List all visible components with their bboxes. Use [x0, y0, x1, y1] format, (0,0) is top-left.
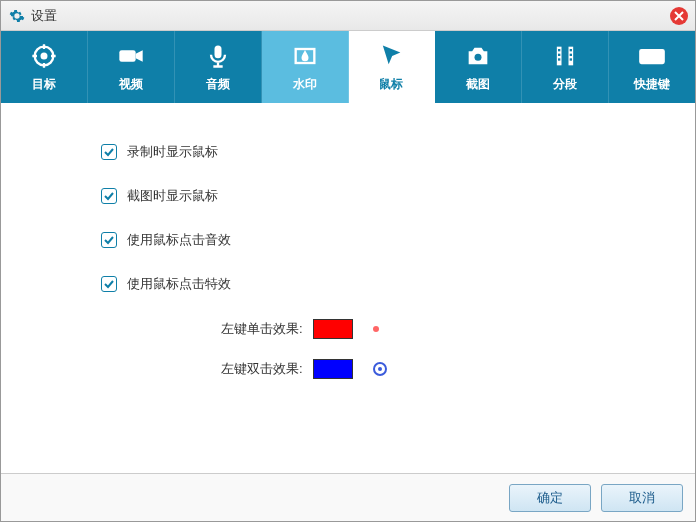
- tab-bar: 目标 视频 音频 水印 鼠标 截图 分段 快捷键: [1, 31, 695, 103]
- settings-window: 设置 目标 视频 音频 水印 鼠标 截图: [0, 0, 696, 522]
- tab-video[interactable]: 视频: [88, 31, 175, 103]
- video-icon: [117, 42, 145, 70]
- svg-point-2: [42, 53, 47, 58]
- checkbox-click-sound[interactable]: [101, 232, 117, 248]
- svg-rect-4: [214, 45, 221, 58]
- svg-rect-14: [570, 58, 572, 60]
- double-click-row: 左键双击效果:: [221, 359, 695, 379]
- double-click-preview-icon: [373, 362, 387, 376]
- checkbox-click-effect[interactable]: [101, 276, 117, 292]
- tab-segment[interactable]: 分段: [522, 31, 609, 103]
- ok-button[interactable]: 确定: [509, 484, 591, 512]
- gear-icon: [9, 8, 25, 24]
- svg-point-6: [475, 53, 482, 60]
- camera-icon: [464, 42, 492, 70]
- double-click-color[interactable]: [313, 359, 353, 379]
- close-button[interactable]: [669, 6, 689, 26]
- audio-icon: [204, 42, 232, 70]
- svg-rect-11: [558, 58, 560, 60]
- svg-rect-12: [570, 49, 572, 51]
- target-icon: [30, 42, 58, 70]
- keyboard-icon: [638, 42, 666, 70]
- window-title: 设置: [31, 7, 57, 25]
- titlebar: 设置: [1, 1, 695, 31]
- svg-rect-17: [647, 52, 649, 54]
- footer: 确定 取消: [1, 473, 695, 521]
- tab-screenshot[interactable]: 截图: [435, 31, 522, 103]
- svg-rect-3: [119, 50, 135, 62]
- content-panel: 录制时显示鼠标 截图时显示鼠标 使用鼠标点击音效 使用鼠标点击特效 左键单击效果…: [1, 103, 695, 473]
- single-click-preview-icon: [373, 326, 379, 332]
- checkbox-row-screenshot: 截图时显示鼠标: [101, 187, 695, 205]
- watermark-icon: [291, 42, 319, 70]
- single-click-color[interactable]: [313, 319, 353, 339]
- cursor-icon: [377, 42, 405, 70]
- svg-rect-10: [558, 53, 560, 55]
- svg-rect-9: [558, 49, 560, 51]
- checkbox-show-cursor-recording[interactable]: [101, 144, 117, 160]
- segment-icon: [551, 42, 579, 70]
- svg-rect-16: [643, 52, 645, 54]
- checkbox-row-sound: 使用鼠标点击音效: [101, 231, 695, 249]
- svg-rect-18: [652, 52, 654, 54]
- svg-rect-20: [646, 58, 658, 60]
- checkbox-row-effect: 使用鼠标点击特效: [101, 275, 695, 293]
- tab-target[interactable]: 目标: [1, 31, 88, 103]
- tab-hotkey[interactable]: 快捷键: [609, 31, 695, 103]
- tab-audio[interactable]: 音频: [175, 31, 262, 103]
- single-click-row: 左键单击效果:: [221, 319, 695, 339]
- checkbox-show-cursor-screenshot[interactable]: [101, 188, 117, 204]
- tab-watermark[interactable]: 水印: [262, 31, 349, 103]
- tab-cursor[interactable]: 鼠标: [349, 31, 436, 103]
- cancel-button[interactable]: 取消: [601, 484, 683, 512]
- svg-rect-19: [657, 52, 659, 54]
- svg-rect-13: [570, 53, 572, 55]
- checkbox-row-record: 录制时显示鼠标: [101, 143, 695, 161]
